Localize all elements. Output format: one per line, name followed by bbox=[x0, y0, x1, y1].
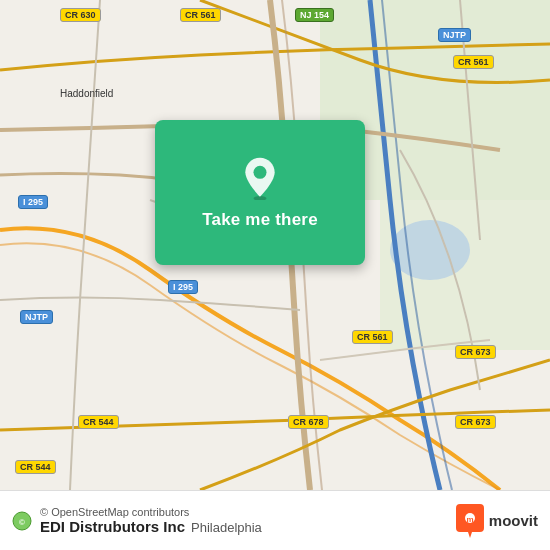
attribution-text: © OpenStreetMap contributors bbox=[40, 506, 454, 518]
moovit-logo: m moovit bbox=[454, 502, 538, 540]
badge-cr561-right: CR 561 bbox=[453, 55, 494, 69]
bottom-text-group: © OpenStreetMap contributors EDI Distrub… bbox=[40, 506, 454, 535]
badge-cr630: CR 630 bbox=[60, 8, 101, 22]
badge-njtp-top: NJTP bbox=[438, 28, 471, 42]
badge-nj154: NJ 154 bbox=[295, 8, 334, 22]
location-subtitle: Philadelphia bbox=[191, 520, 262, 535]
badge-cr673-right2: CR 673 bbox=[455, 415, 496, 429]
take-me-there-card[interactable]: Take me there bbox=[155, 120, 365, 265]
badge-cr561-bottom: CR 561 bbox=[352, 330, 393, 344]
moovit-icon: m bbox=[454, 502, 486, 540]
osm-icon: © bbox=[12, 511, 32, 531]
location-pin-icon bbox=[238, 156, 282, 200]
location-title: EDI Distrubutors Inc bbox=[40, 518, 185, 535]
badge-cr678: CR 678 bbox=[288, 415, 329, 429]
card-label: Take me there bbox=[202, 210, 318, 230]
badge-cr544: CR 544 bbox=[78, 415, 119, 429]
svg-point-2 bbox=[390, 220, 470, 280]
moovit-text: moovit bbox=[489, 512, 538, 529]
badge-cr673-right1: CR 673 bbox=[455, 345, 496, 359]
badge-i295-mid: I 295 bbox=[168, 280, 198, 294]
map-container: CR 630 CR 561 NJ 154 NJTP CR 561 I 295 I… bbox=[0, 0, 550, 490]
svg-text:©: © bbox=[19, 518, 25, 527]
svg-text:m: m bbox=[466, 515, 473, 524]
bottom-bar: © © OpenStreetMap contributors EDI Distr… bbox=[0, 490, 550, 550]
badge-cr561-top: CR 561 bbox=[180, 8, 221, 22]
label-haddonfield: Haddonfield bbox=[60, 88, 113, 99]
osm-logo: © bbox=[12, 511, 32, 531]
svg-point-4 bbox=[253, 165, 266, 178]
badge-i295-left: I 295 bbox=[18, 195, 48, 209]
badge-cr544-left: CR 544 bbox=[15, 460, 56, 474]
badge-njtp-bottom: NJTP bbox=[20, 310, 53, 324]
